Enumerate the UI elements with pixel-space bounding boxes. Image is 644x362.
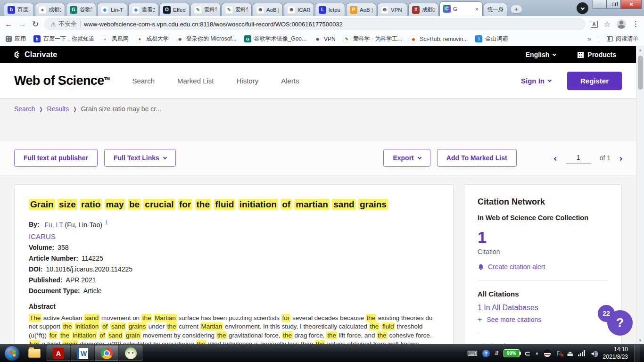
nav-item-marked-list[interactable]: Marked List (177, 77, 214, 85)
bookmark-label: 登录你的 Microsof... (186, 35, 237, 43)
avatar[interactable] (617, 19, 626, 29)
close-tab-icon[interactable]: × (474, 6, 479, 13)
browser-tab[interactable]: CG× (439, 1, 483, 16)
network-signal-icon[interactable] (578, 350, 585, 356)
create-citation-alert-link[interactable]: Create citation alert (478, 263, 608, 271)
browser-tab[interactable]: 统一身 (484, 3, 507, 16)
bookmark-item[interactable]: ◐凤凰网 (102, 35, 129, 43)
journal-link[interactable]: ICARUS (29, 232, 56, 240)
browser-tab[interactable]: #成都大 (408, 3, 438, 16)
bookmark-item[interactable]: ⊕VPN (314, 35, 336, 42)
cdu-emblem-favicon-icon: ● (136, 35, 143, 42)
browser-tab[interactable]: b百度— (4, 3, 34, 16)
start-button[interactable] (4, 346, 20, 361)
page-number-input[interactable] (566, 152, 591, 164)
browser-tab[interactable]: ✎爱科学 (190, 3, 221, 16)
see-more-citations-link[interactable]: + See more citations (478, 316, 608, 323)
full-text-publisher-button[interactable]: Full text at publisher (14, 149, 98, 167)
taskbar-chrome-button[interactable] (95, 346, 118, 361)
taskbar-word-button[interactable]: W (71, 346, 94, 361)
browser-menu-icon[interactable]: ⋮ (632, 20, 639, 28)
volume-icon[interactable]: ◄))) (590, 350, 597, 357)
browser-tab[interactable]: ⊕AoB | (253, 3, 283, 16)
baidu-favicon-icon: b (33, 35, 41, 42)
browser-tab[interactable]: PAoB | (346, 3, 376, 16)
tray-help-icon[interactable]: ? (482, 350, 490, 357)
bookmark-star-icon[interactable]: ☆ (604, 20, 611, 29)
chevron-down-icon (548, 78, 552, 82)
translate-icon[interactable]: A (591, 21, 598, 28)
reading-list-button[interactable]: 阅读清单 (607, 35, 638, 43)
full-text-links-button[interactable]: Full Text Links (104, 149, 176, 167)
address-bar[interactable]: ⚠ 不安全 www-webofscience-com-s.vpn.cdu.edu… (44, 18, 585, 30)
bookmark-item[interactable]: ✎爱科学 - 为科学工... (343, 35, 403, 43)
author-affiliation-sup[interactable]: 1 (105, 220, 108, 225)
browser-tab[interactable]: ⊕VPN (377, 3, 407, 16)
nav-item-history[interactable]: History (237, 77, 259, 85)
nav-item-alerts[interactable]: Alerts (281, 77, 299, 85)
previous-page-icon[interactable] (554, 154, 557, 162)
browser-tab[interactable]: OEffect (159, 3, 190, 16)
scrollbar[interactable]: ▲ ▼ (636, 46, 644, 344)
breadcrumb-search-link[interactable]: Search (14, 105, 35, 113)
nav-item-search[interactable]: Search (132, 77, 155, 85)
wos-logo[interactable]: Web of ScienceTM (14, 74, 109, 88)
add-to-marked-list-button[interactable]: Add To Marked List (437, 149, 517, 167)
browser-tab[interactable]: ◆查看文 (128, 3, 158, 16)
bookmark-item[interactable]: ⊕登录你的 Microsof... (176, 35, 237, 43)
show-desktop-button[interactable] (635, 345, 640, 362)
browser-tab[interactable]: ⊕ICAR (284, 3, 314, 16)
qq-icon[interactable] (544, 350, 551, 357)
author-link[interactable]: Fu, LT (44, 221, 63, 228)
keyboard-icon[interactable]: ⌨ (467, 350, 478, 357)
help-button[interactable]: 22 ? (607, 310, 633, 336)
browser-tab[interactable]: ●成都大 (35, 3, 65, 16)
language-selector[interactable]: English (526, 51, 556, 58)
close-button[interactable]: ✕ (621, 0, 642, 9)
taskbar-game-button[interactable] (119, 346, 142, 361)
bookmark-item[interactable]: ◆Sci-Hub: removin... (410, 35, 468, 42)
bookmark-item[interactable]: G谷歌学术镜像_Goo... (244, 35, 306, 43)
new-tab-button[interactable]: + (510, 5, 522, 14)
scrollbar-thumb[interactable] (638, 56, 643, 90)
bookmark-item[interactable]: ●成都大学 (136, 35, 169, 43)
bookmarks-overflow-icon[interactable]: » (588, 35, 591, 42)
restore-button[interactable] (607, 0, 621, 9)
products-button[interactable]: Products (578, 51, 616, 58)
bookmark-item[interactable]: 应用 (6, 35, 26, 43)
sign-in-button[interactable]: Sign In (521, 77, 551, 85)
language-bar-icon[interactable]: ⇵ (495, 351, 499, 356)
browser-tab[interactable]: ✎爱科学 (222, 3, 252, 16)
battery-indicator[interactable]: 99% (504, 349, 520, 357)
taskbar-acrobat-button[interactable]: A (47, 346, 70, 361)
browser-tab[interactable]: Lletpu (315, 3, 345, 16)
clock[interactable]: 14:10 2021/8/23 (603, 346, 628, 361)
action-center-flag-icon[interactable]: ⚐✕ (556, 350, 562, 357)
bookmark-item[interactable]: b百度一下，你就知道 (33, 35, 94, 43)
divider (599, 35, 599, 43)
back-icon[interactable]: ← (5, 20, 13, 28)
tab-title: VPN (391, 7, 404, 13)
browser-profile-button[interactable] (577, 2, 588, 14)
minimize-button[interactable]: — (593, 0, 607, 9)
warning-icon: ⚠ (50, 21, 56, 28)
all-databases-link[interactable]: 1 In All Databases (478, 304, 608, 312)
tab-title: 爱科学 (204, 6, 217, 13)
register-button[interactable]: Register (567, 72, 622, 90)
next-page-icon[interactable] (619, 154, 622, 162)
scroll-down-icon[interactable]: ▼ (638, 337, 642, 344)
breadcrumb-results-link[interactable]: Results (47, 105, 69, 113)
security-chip[interactable]: ⚠ 不安全 (50, 20, 77, 28)
browser-tab[interactable]: ◆Lin-T (97, 3, 127, 16)
power-plug-icon[interactable]: ⊂ (524, 350, 530, 357)
export-button[interactable]: Export (383, 149, 430, 167)
bookmark-item[interactable]: i金山词霸 (475, 35, 508, 43)
scroll-up-icon[interactable]: ▲ (638, 46, 642, 54)
browser-tab[interactable]: G谷歌学 (66, 3, 96, 16)
safely-remove-icon[interactable]: ⏏ (567, 350, 573, 357)
taskbar-explorer-button[interactable] (23, 346, 46, 361)
reload-icon[interactable]: ↻ (32, 20, 39, 28)
show-hidden-icons[interactable]: ▲ (535, 351, 539, 355)
metadata-field: Article Number:114225 (29, 255, 439, 262)
forward-icon[interactable]: → (18, 20, 26, 28)
